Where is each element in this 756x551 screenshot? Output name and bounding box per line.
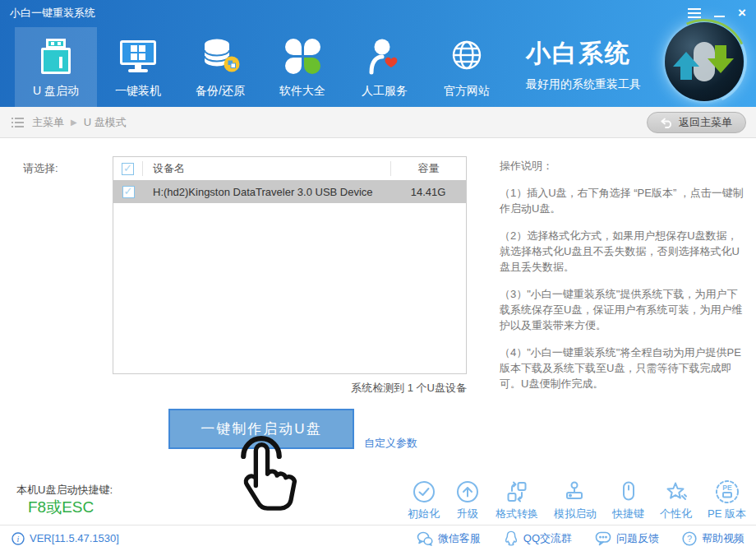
instruction-step: （2）选择格式化方式，如果用户想保存U盘数据，就选择格式化U盘且不丢失数据，否则… xyxy=(500,228,748,275)
breadcrumb-root[interactable]: 主菜单 xyxy=(32,115,64,130)
brand: 小白系统 最好用的系统重装工具 xyxy=(526,37,641,92)
format-convert-icon xyxy=(505,479,529,504)
window-controls: × xyxy=(688,7,746,19)
initialize-check-icon xyxy=(412,479,436,504)
brand-tagline: 最好用的系统重装工具 xyxy=(526,77,641,92)
toolbar-initialize[interactable]: 初始化 xyxy=(408,479,440,521)
toolbar-pe-version[interactable]: PE PE 版本 xyxy=(708,479,746,521)
nav-item-usb-boot[interactable]: U 盘启动 xyxy=(15,27,97,107)
feedback-link[interactable]: 问题反馈 xyxy=(595,530,659,546)
nav-item-one-key-install[interactable]: 一键装机 xyxy=(97,27,179,107)
device-capacity: 14.41G xyxy=(390,186,466,198)
toolbar-format-convert[interactable]: 格式转换 xyxy=(496,479,538,521)
instruction-step: （1）插入U盘，右下角选择 “PE版本” ，点击一键制作启动U盘。 xyxy=(500,185,748,216)
instructions-panel: 操作说明： （1）插入U盘，右下角选择 “PE版本” ，点击一键制作启动U盘。 … xyxy=(500,158,748,403)
row-checkbox[interactable] xyxy=(122,186,135,198)
feedback-bubble-icon xyxy=(595,530,611,546)
usb-drive-icon xyxy=(41,35,71,76)
nav-item-backup-restore[interactable]: 备份/还原 xyxy=(179,27,261,107)
toolbar-hotkey[interactable]: 快捷键 xyxy=(612,479,644,521)
help-video-link[interactable]: ? 帮助视频 xyxy=(682,530,744,546)
svg-text:PE: PE xyxy=(722,484,732,492)
qq-penguin-icon xyxy=(504,530,519,546)
nav-item-support[interactable]: 人工服务 xyxy=(343,27,426,107)
bottom-toolbar: 初始化 升级 格式转换 模拟启动 xyxy=(408,479,746,521)
pe-version-icon: PE xyxy=(715,479,740,504)
monitor-icon xyxy=(120,35,156,76)
select-all-checkbox[interactable] xyxy=(122,163,134,175)
version-info: i VER[11.5.47.1530] xyxy=(12,532,119,545)
menu-icon[interactable] xyxy=(688,8,701,18)
device-table: 设备名 容量 H:(hd2)Kingston DataTraveler 3.0 … xyxy=(113,156,467,374)
backup-restore-icon xyxy=(201,35,240,76)
nav-label: 官方网站 xyxy=(444,84,490,99)
detect-status: 系统检测到 1 个U盘设备 xyxy=(113,381,467,396)
back-to-main-menu-button[interactable]: 返回主菜单 xyxy=(647,112,746,133)
nav-label: 一键装机 xyxy=(115,84,161,99)
hotkey-value: F8或ESC xyxy=(28,497,94,518)
close-icon[interactable]: × xyxy=(738,7,746,19)
device-name: H:(hd2)Kingston DataTraveler 3.0 USB Dev… xyxy=(143,186,390,198)
breadcrumb-separator-icon: ▶ xyxy=(71,118,77,127)
select-label: 请选择: xyxy=(23,161,58,176)
table-row[interactable]: H:(hd2)Kingston DataTraveler 3.0 USB Dev… xyxy=(113,180,466,203)
info-icon: i xyxy=(12,532,25,545)
nav-item-website[interactable]: 官方网站 xyxy=(426,27,508,107)
back-arrow-icon xyxy=(661,118,673,128)
list-icon xyxy=(12,118,24,127)
nav-label: 备份/还原 xyxy=(196,84,245,99)
brand-logo-icon xyxy=(665,22,744,101)
table-header-row: 设备名 容量 xyxy=(113,157,466,180)
main-nav: U 盘启动 一键装机 xyxy=(15,27,508,107)
minimize-icon[interactable] xyxy=(714,9,725,17)
help-question-icon: ? xyxy=(682,531,697,546)
instruction-step: （4）"小白一键重装系统"将全程自动为用户提供PE版本下载及系统下载至U盘，只需… xyxy=(500,345,748,391)
titlebar: 小白一键重装系统 xyxy=(0,0,756,26)
star-icon xyxy=(664,479,689,504)
header: 小白一键重装系统 × U 盘启动 一键装机 xyxy=(0,0,756,107)
nav-label: U 盘启动 xyxy=(33,84,79,99)
version-text: VER[11.5.47.1530] xyxy=(30,532,119,544)
column-header-capacity: 容量 xyxy=(390,161,466,176)
hotkey-label: 本机U盘启动快捷键: xyxy=(16,483,113,498)
nav-item-software[interactable]: 软件大全 xyxy=(261,27,343,107)
tap-hand-cursor-icon xyxy=(232,428,297,511)
wechat-icon xyxy=(417,531,433,546)
toolbar-personalize[interactable]: 个性化 xyxy=(660,479,692,521)
joystick-icon xyxy=(563,479,588,504)
footer-links: 微信客服 QQ交流群 问题反馈 xyxy=(417,530,744,546)
mouse-icon xyxy=(616,479,641,504)
instruction-step: （3）"小白一键重装系统"提供系统下载，为用户下载系统保存至U盘，保证用户有系统… xyxy=(500,286,748,333)
globe-icon xyxy=(448,35,486,76)
nav-label: 软件大全 xyxy=(279,84,325,99)
instructions-title: 操作说明： xyxy=(500,158,748,174)
nav-label: 人工服务 xyxy=(362,84,408,99)
custom-params-link[interactable]: 自定义参数 xyxy=(364,436,417,451)
toolbar-upgrade[interactable]: 升级 xyxy=(455,479,480,521)
app-window: 小白一键重装系统 × U 盘启动 一键装机 xyxy=(0,0,756,551)
brand-name: 小白系统 xyxy=(526,37,641,71)
svg-text:i: i xyxy=(17,535,20,544)
wechat-support-link[interactable]: 微信客服 xyxy=(417,530,481,546)
support-person-icon xyxy=(366,35,403,76)
window-title: 小白一键重装系统 xyxy=(10,6,95,21)
breadcrumb: 主菜单 ▶ U 盘模式 返回主菜单 xyxy=(0,107,756,138)
upgrade-arrow-icon xyxy=(455,479,480,504)
column-header-device: 设备名 xyxy=(143,161,390,176)
breadcrumb-current: U 盘模式 xyxy=(84,115,127,130)
qq-group-link[interactable]: QQ交流群 xyxy=(504,530,572,546)
software-clover-icon xyxy=(285,35,320,76)
svg-text:?: ? xyxy=(687,534,692,544)
toolbar-simulate-boot[interactable]: 模拟启动 xyxy=(554,479,597,521)
footer: i VER[11.5.47.1530] 微信客服 QQ交流群 xyxy=(0,525,756,551)
